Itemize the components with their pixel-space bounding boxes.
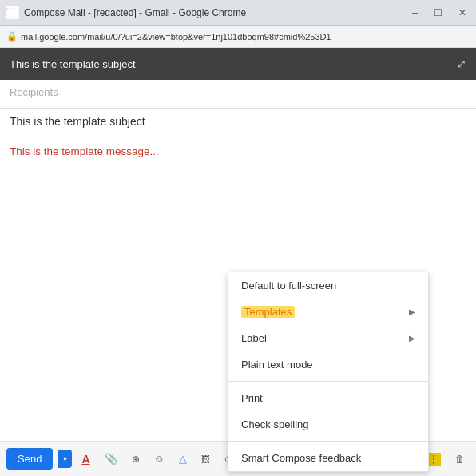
compose-window: This is the template subject ⤢ Recipient… [0,48,476,476]
send-label: Send [18,453,42,465]
close-button[interactable]: ✕ [455,6,470,20]
message-text: This is the template message... [10,145,159,157]
emoji-icon: ☺ [154,453,165,465]
menu-item-label: Label [241,332,267,344]
menu-item-label: Check spelling [241,418,309,430]
attachment-icon: 📎 [105,453,117,465]
subject-text: This is the template subject [10,115,145,128]
compose-header-title: This is the template subject [10,58,136,70]
submenu-chevron-icon: ▶ [409,334,415,343]
expand-icon[interactable]: ⤢ [457,58,466,70]
menu-item-label: Templates [241,306,295,318]
delete-button[interactable]: 🗑 [450,450,470,468]
submenu-chevron-icon: ▶ [409,307,415,316]
attachment-button[interactable]: 📎 [100,450,122,468]
subject-field[interactable]: This is the template subject [0,109,476,137]
gmail-favicon [6,6,19,19]
menu-item-templates[interactable]: Templates ▶ [228,299,428,325]
image-button[interactable]: 🖼 [196,450,215,468]
address-bar: 🔒 mail.google.com/mail/u/0/?ui=2&view=bt… [0,26,476,48]
menu-item-smart-compose[interactable]: Smart Compose feedback [228,445,428,471]
recipients-field[interactable]: Recipients [0,80,476,109]
menu-item-label: Smart Compose feedback [241,452,361,464]
link-button[interactable]: ⊕ [127,450,145,468]
menu-item-label: Plain text mode [241,359,313,371]
chrome-titlebar: Compose Mail - [redacted] - Gmail - Goog… [0,0,476,26]
drive-icon: △ [179,453,187,465]
link-icon: ⊕ [132,454,140,465]
window-controls: – ☐ ✕ [409,6,470,20]
menu-item-label: Default to full-screen [241,280,336,292]
lock-icon: 🔒 [6,31,18,42]
compose-header: This is the template subject ⤢ [0,48,476,80]
drive-button[interactable]: △ [174,450,192,468]
menu-item-check-spelling[interactable]: Check spelling [228,411,428,438]
image-icon: 🖼 [201,454,210,464]
send-dropdown-button[interactable]: ▾ [58,450,72,468]
trash-icon: 🗑 [455,454,465,465]
minimize-button[interactable]: – [409,6,421,20]
menu-item-plain-text[interactable]: Plain text mode [228,351,428,378]
text-color-button[interactable]: A [77,450,94,469]
url-text: mail.google.com/mail/u/0/?ui=2&view=btop… [21,32,331,42]
window-title: Compose Mail - [redacted] - Gmail - Goog… [24,7,409,18]
maximize-button[interactable]: ☐ [430,6,446,20]
recipients-placeholder: Recipients [10,86,58,98]
emoji-button[interactable]: ☺ [149,450,169,468]
menu-divider-2 [228,441,428,442]
send-button[interactable]: Send [6,448,53,470]
menu-item-label[interactable]: Label ▶ [228,325,428,351]
text-color-icon: A [81,453,89,466]
menu-divider [228,381,428,382]
template-highlight: Templates [241,306,295,318]
compose-header-icons: ⤢ [457,58,466,70]
menu-item-print[interactable]: Print [228,385,428,411]
menu-item-label: Print [241,392,263,404]
context-menu: Default to full-screen Templates ▶ Label… [228,272,429,472]
menu-item-default-fullscreen[interactable]: Default to full-screen [228,272,428,299]
